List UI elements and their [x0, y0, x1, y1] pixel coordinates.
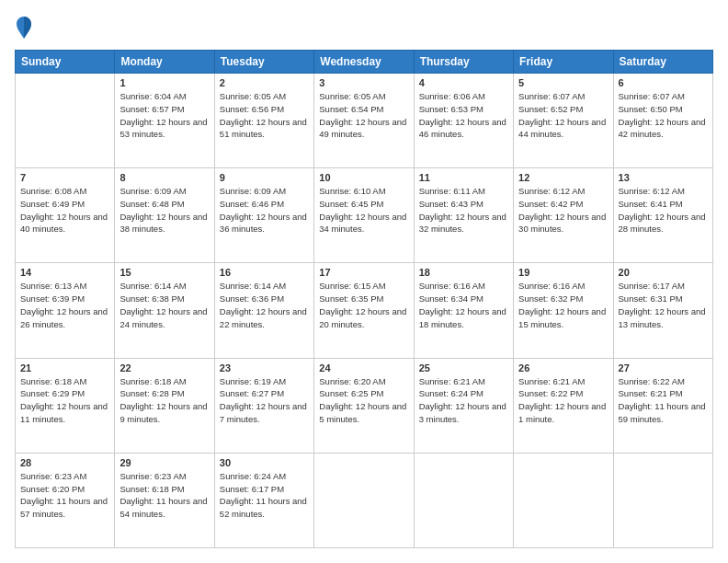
day-detail: Sunrise: 6:19 AMSunset: 6:27 PMDaylight:… [220, 376, 307, 424]
day-detail: Sunrise: 6:07 AMSunset: 6:52 PMDaylight:… [518, 91, 606, 139]
day-detail: Sunrise: 6:06 AMSunset: 6:53 PMDaylight:… [419, 91, 506, 139]
day-number: 7 [20, 172, 109, 183]
day-detail: Sunrise: 6:23 AMSunset: 6:18 PMDaylight:… [119, 471, 207, 519]
day-detail: Sunrise: 6:12 AMSunset: 6:42 PMDaylight:… [518, 186, 606, 234]
day-cell: 20 Sunrise: 6:17 AMSunset: 6:31 PMDaylig… [613, 263, 712, 358]
logo [15, 15, 37, 40]
logo-icon [15, 15, 33, 40]
day-cell: 10 Sunrise: 6:10 AMSunset: 6:45 PMDaylig… [314, 168, 414, 263]
day-number: 2 [220, 77, 309, 88]
day-detail: Sunrise: 6:22 AMSunset: 6:21 PMDaylight:… [619, 376, 706, 424]
day-number: 10 [319, 172, 408, 183]
day-detail: Sunrise: 6:15 AMSunset: 6:35 PMDaylight:… [319, 281, 406, 328]
day-detail: Sunrise: 6:05 AMSunset: 6:56 PMDaylight:… [220, 91, 307, 139]
day-detail: Sunrise: 6:11 AMSunset: 6:43 PMDaylight:… [419, 186, 506, 234]
day-cell: 3 Sunrise: 6:05 AMSunset: 6:54 PMDayligh… [314, 74, 414, 168]
day-number: 16 [220, 267, 309, 278]
week-row-2: 7 Sunrise: 6:08 AMSunset: 6:49 PMDayligh… [16, 168, 713, 263]
week-row-1: 1 Sunrise: 6:04 AMSunset: 6:57 PMDayligh… [16, 74, 713, 168]
day-cell: 11 Sunrise: 6:11 AMSunset: 6:43 PMDaylig… [414, 168, 513, 263]
day-cell: 8 Sunrise: 6:09 AMSunset: 6:48 PMDayligh… [115, 168, 214, 263]
day-detail: Sunrise: 6:12 AMSunset: 6:41 PMDaylight:… [619, 186, 706, 234]
day-detail: Sunrise: 6:09 AMSunset: 6:48 PMDaylight:… [119, 186, 207, 234]
day-detail: Sunrise: 6:23 AMSunset: 6:20 PMDaylight:… [20, 471, 108, 519]
day-number: 12 [518, 172, 608, 183]
day-number: 1 [119, 77, 209, 88]
day-number: 19 [518, 267, 608, 278]
weekday-header-thursday: Thursday [414, 51, 513, 74]
day-number: 27 [619, 362, 708, 373]
day-cell: 30 Sunrise: 6:24 AMSunset: 6:17 PMDaylig… [214, 453, 313, 547]
day-detail: Sunrise: 6:04 AMSunset: 6:57 PMDaylight:… [119, 91, 207, 139]
day-cell: 27 Sunrise: 6:22 AMSunset: 6:21 PMDaylig… [613, 358, 712, 453]
day-cell: 29 Sunrise: 6:23 AMSunset: 6:18 PMDaylig… [115, 453, 214, 547]
day-cell: 1 Sunrise: 6:04 AMSunset: 6:57 PMDayligh… [115, 74, 214, 168]
day-cell [613, 453, 712, 547]
day-detail: Sunrise: 6:07 AMSunset: 6:50 PMDaylight:… [619, 91, 706, 139]
day-number: 14 [20, 267, 109, 278]
week-row-4: 21 Sunrise: 6:18 AMSunset: 6:29 PMDaylig… [16, 358, 713, 453]
day-number: 9 [220, 172, 309, 183]
day-detail: Sunrise: 6:08 AMSunset: 6:49 PMDaylight:… [20, 186, 108, 234]
week-row-5: 28 Sunrise: 6:23 AMSunset: 6:20 PMDaylig… [16, 453, 713, 547]
day-cell: 9 Sunrise: 6:09 AMSunset: 6:46 PMDayligh… [214, 168, 313, 263]
day-number: 5 [518, 77, 608, 88]
day-cell: 6 Sunrise: 6:07 AMSunset: 6:50 PMDayligh… [613, 74, 712, 168]
day-detail: Sunrise: 6:18 AMSunset: 6:28 PMDaylight:… [119, 376, 207, 424]
day-cell: 15 Sunrise: 6:14 AMSunset: 6:38 PMDaylig… [115, 263, 214, 358]
day-number: 21 [20, 362, 109, 373]
day-detail: Sunrise: 6:21 AMSunset: 6:24 PMDaylight:… [419, 376, 506, 424]
day-number: 24 [319, 362, 408, 373]
day-detail: Sunrise: 6:17 AMSunset: 6:31 PMDaylight:… [619, 281, 706, 328]
day-cell: 18 Sunrise: 6:16 AMSunset: 6:34 PMDaylig… [414, 263, 513, 358]
day-number: 13 [619, 172, 708, 183]
page: SundayMondayTuesdayWednesdayThursdayFrid… [0, 0, 728, 563]
day-detail: Sunrise: 6:14 AMSunset: 6:38 PMDaylight:… [119, 281, 207, 328]
day-cell: 13 Sunrise: 6:12 AMSunset: 6:41 PMDaylig… [613, 168, 712, 263]
day-cell [414, 453, 513, 547]
day-number: 6 [619, 77, 708, 88]
day-detail: Sunrise: 6:18 AMSunset: 6:29 PMDaylight:… [20, 376, 108, 424]
weekday-header-tuesday: Tuesday [214, 51, 313, 74]
day-cell: 25 Sunrise: 6:21 AMSunset: 6:24 PMDaylig… [414, 358, 513, 453]
day-cell: 28 Sunrise: 6:23 AMSunset: 6:20 PMDaylig… [16, 453, 115, 547]
day-number: 28 [20, 457, 109, 468]
day-number: 11 [419, 172, 508, 183]
day-detail: Sunrise: 6:14 AMSunset: 6:36 PMDaylight:… [220, 281, 307, 328]
day-number: 15 [119, 267, 209, 278]
weekday-header-sunday: Sunday [16, 51, 115, 74]
day-cell: 12 Sunrise: 6:12 AMSunset: 6:42 PMDaylig… [514, 168, 613, 263]
calendar-table: SundayMondayTuesdayWednesdayThursdayFrid… [15, 50, 713, 548]
day-number: 23 [220, 362, 309, 373]
header [15, 15, 713, 40]
day-number: 8 [119, 172, 209, 183]
day-cell: 19 Sunrise: 6:16 AMSunset: 6:32 PMDaylig… [514, 263, 613, 358]
day-cell [16, 74, 115, 168]
day-cell: 14 Sunrise: 6:13 AMSunset: 6:39 PMDaylig… [16, 263, 115, 358]
day-detail: Sunrise: 6:24 AMSunset: 6:17 PMDaylight:… [220, 471, 307, 519]
day-cell: 5 Sunrise: 6:07 AMSunset: 6:52 PMDayligh… [514, 74, 613, 168]
day-detail: Sunrise: 6:16 AMSunset: 6:34 PMDaylight:… [419, 281, 506, 328]
day-detail: Sunrise: 6:16 AMSunset: 6:32 PMDaylight:… [518, 281, 606, 328]
day-number: 17 [319, 267, 408, 278]
day-number: 30 [220, 457, 309, 468]
day-number: 4 [419, 77, 508, 88]
day-number: 22 [119, 362, 209, 373]
day-cell: 22 Sunrise: 6:18 AMSunset: 6:28 PMDaylig… [115, 358, 214, 453]
weekday-header-wednesday: Wednesday [314, 51, 414, 74]
weekday-header-row: SundayMondayTuesdayWednesdayThursdayFrid… [16, 51, 713, 74]
day-cell: 24 Sunrise: 6:20 AMSunset: 6:25 PMDaylig… [314, 358, 414, 453]
day-cell [314, 453, 414, 547]
day-cell: 23 Sunrise: 6:19 AMSunset: 6:27 PMDaylig… [214, 358, 313, 453]
day-detail: Sunrise: 6:13 AMSunset: 6:39 PMDaylight:… [20, 281, 108, 328]
day-cell: 7 Sunrise: 6:08 AMSunset: 6:49 PMDayligh… [16, 168, 115, 263]
day-cell: 21 Sunrise: 6:18 AMSunset: 6:29 PMDaylig… [16, 358, 115, 453]
weekday-header-monday: Monday [115, 51, 214, 74]
day-detail: Sunrise: 6:21 AMSunset: 6:22 PMDaylight:… [518, 376, 606, 424]
weekday-header-friday: Friday [514, 51, 613, 74]
week-row-3: 14 Sunrise: 6:13 AMSunset: 6:39 PMDaylig… [16, 263, 713, 358]
day-cell: 26 Sunrise: 6:21 AMSunset: 6:22 PMDaylig… [514, 358, 613, 453]
day-cell: 4 Sunrise: 6:06 AMSunset: 6:53 PMDayligh… [414, 74, 513, 168]
day-detail: Sunrise: 6:09 AMSunset: 6:46 PMDaylight:… [220, 186, 307, 234]
day-cell: 16 Sunrise: 6:14 AMSunset: 6:36 PMDaylig… [214, 263, 313, 358]
